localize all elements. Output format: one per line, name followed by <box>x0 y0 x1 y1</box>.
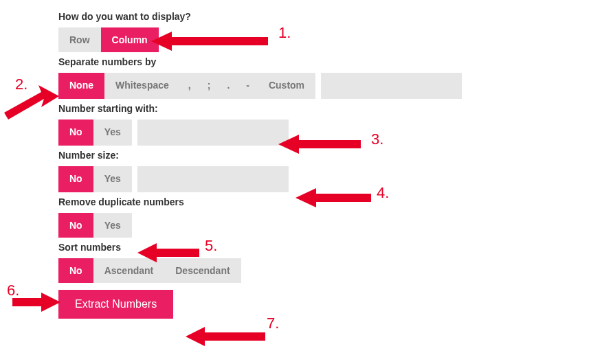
sep-whitespace-option[interactable]: Whitespace <box>104 73 180 99</box>
display-label: How do you want to display? <box>58 11 509 22</box>
display-column-option[interactable]: Column <box>101 27 159 52</box>
size-no-option[interactable]: No <box>58 166 93 192</box>
sort-label: Sort numbers <box>58 242 509 253</box>
start-options: No Yes <box>58 120 509 146</box>
sep-dash-option[interactable]: - <box>238 73 258 99</box>
svg-marker-6 <box>186 327 265 346</box>
start-value-input[interactable] <box>137 120 289 146</box>
display-options: Row Column <box>58 27 509 52</box>
separator-options: None Whitespace , ; . - Custom <box>58 73 509 99</box>
dup-no-option[interactable]: No <box>58 213 93 238</box>
sep-comma-option[interactable]: , <box>180 73 199 99</box>
start-label: Number starting with: <box>58 103 509 114</box>
settings-form: How do you want to display? Row Column S… <box>0 0 509 319</box>
dup-label: Remove duplicate numbers <box>58 196 509 207</box>
annotation-arrow-7 <box>186 323 275 350</box>
sort-no-option[interactable]: No <box>58 258 93 283</box>
extract-button[interactable]: Extract Numbers <box>58 290 173 319</box>
sort-asc-option[interactable]: Ascendant <box>93 258 165 283</box>
size-yes-option[interactable]: Yes <box>93 166 132 192</box>
sep-semicolon-option[interactable]: ; <box>199 73 219 99</box>
sort-desc-option[interactable]: Descendant <box>164 258 241 283</box>
separator-label: Separate numbers by <box>58 56 509 67</box>
sep-custom-option[interactable]: Custom <box>258 73 315 99</box>
dup-options: No Yes <box>58 213 509 238</box>
sort-options: No Ascendant Descendant <box>58 258 509 283</box>
sep-none-option[interactable]: None <box>58 73 104 99</box>
size-label: Number size: <box>58 150 509 161</box>
start-yes-option[interactable]: Yes <box>93 120 132 146</box>
start-no-option[interactable]: No <box>58 120 93 146</box>
size-options: No Yes <box>58 166 509 192</box>
sep-custom-input[interactable] <box>321 73 462 99</box>
display-row-option[interactable]: Row <box>58 27 101 52</box>
size-value-input[interactable] <box>137 166 289 192</box>
sep-dot-option[interactable]: . <box>219 73 238 99</box>
dup-yes-option[interactable]: Yes <box>93 213 132 238</box>
